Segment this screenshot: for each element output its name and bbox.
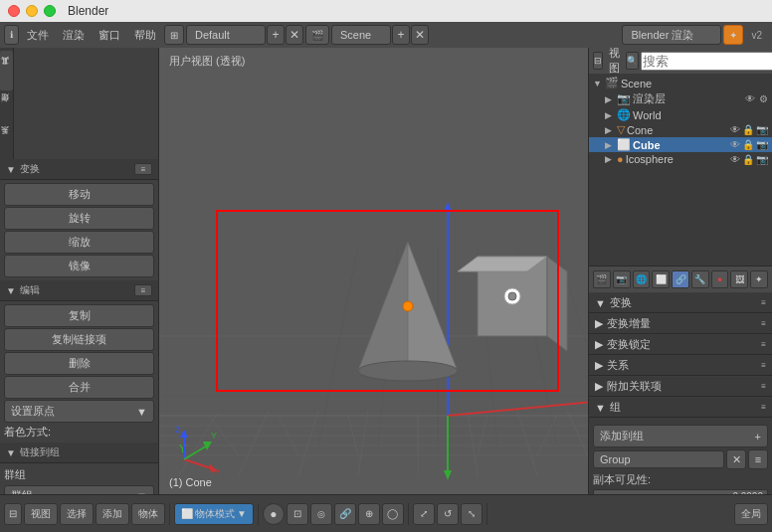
move-btn[interactable]: 移动	[4, 183, 154, 206]
outliner-item-world[interactable]: ▶ 🌐 World	[589, 107, 772, 122]
mirror-btn[interactable]: 镜像	[4, 255, 154, 277]
transform-collapse[interactable]: ≡	[134, 163, 152, 175]
cone-restrict-icon[interactable]: 🔒	[742, 124, 754, 135]
extra-collapse[interactable]: ≡	[761, 382, 766, 391]
transform-prop-header[interactable]: ▼ 变换 ≡	[589, 293, 772, 313]
renderlayer-visibility-icon[interactable]: 👁	[745, 93, 755, 104]
cone-visibility-icon[interactable]: 👁	[730, 124, 740, 135]
transform-lock-header[interactable]: ▶ 变换锁定 ≡	[589, 335, 772, 355]
group-dropdown[interactable]: 群组 ▼	[4, 485, 154, 494]
group-prop-header[interactable]: ▼ 组 ≡	[589, 398, 772, 418]
menu-window[interactable]: 窗口	[93, 26, 126, 45]
outliner-item-cone[interactable]: ▶ ▽ Cone 👁 🔒 📷	[589, 122, 772, 137]
icosphere-visibility-icon[interactable]: 👁	[730, 154, 740, 165]
outliner-item-icosphere[interactable]: ▶ ● Icosphere 👁 🔒 📷	[589, 152, 772, 166]
object-mode-btn[interactable]: ⬜ 物体模式 ▼	[174, 503, 254, 525]
cube-restrict-icon[interactable]: 🔒	[742, 139, 754, 150]
outliner-item-renderlayer[interactable]: ▶ 📷 渲染层 👁 ⚙	[589, 90, 772, 107]
viewport-box-btn[interactable]: ⊡	[287, 503, 308, 525]
menu-help[interactable]: 帮助	[128, 26, 162, 45]
transform-section-header[interactable]: ▼ 变换 ≡	[0, 159, 158, 180]
value-input-1[interactable]: 0.0000	[593, 489, 768, 494]
outliner-item-scene[interactable]: ▼ 🎬 Scene	[589, 76, 772, 90]
extra-header[interactable]: ▶ 附加关联项 ≡	[589, 377, 772, 397]
viewport[interactable]: 用户视图 (透视) (1) Cone Y X Y Z	[159, 48, 588, 494]
render-engine-selector[interactable]: Blender 渲染	[622, 25, 721, 45]
relations-tab[interactable]: 关系	[0, 126, 13, 156]
object-menu-btn[interactable]: 物体	[131, 503, 165, 525]
prop-constraint-icon[interactable]: 🔗	[672, 270, 689, 288]
scale-btn[interactable]: 缩放	[4, 231, 154, 254]
transform-lock-collapse[interactable]: ≡	[761, 340, 766, 349]
add-menu-btn[interactable]: 添加	[96, 503, 129, 525]
scene-add-btn[interactable]: +	[392, 25, 410, 45]
add-to-group-btn[interactable]: 添加到组 +	[593, 425, 768, 447]
viewport-move-icon[interactable]: ⤢	[413, 503, 435, 525]
scene-selector[interactable]: Scene	[331, 25, 391, 45]
duplicate-btn[interactable]: 复制	[4, 304, 154, 327]
duplicate-link-btn[interactable]: 复制链接项	[4, 328, 154, 351]
viewport-circle-btn[interactable]: ●	[263, 503, 285, 525]
relations-header[interactable]: ▶ 关系 ≡	[589, 356, 772, 376]
workspace-selector[interactable]: Default	[186, 25, 266, 45]
layout-icon[interactable]: ⊞	[164, 25, 184, 45]
create-tab[interactable]: 创建	[0, 93, 13, 123]
viewport-orientation-btn[interactable]: ⊕	[358, 503, 380, 525]
prop-object-icon[interactable]: ⬜	[652, 270, 670, 288]
select-menu-btn[interactable]: 选择	[60, 503, 94, 525]
scene-close-btn[interactable]: ✕	[411, 25, 429, 45]
link-section-header[interactable]: ▼ 链接到组	[0, 443, 158, 463]
viewport-rotate-icon[interactable]: ↺	[437, 503, 459, 525]
viewport-snap-btn[interactable]: 🔗	[334, 503, 356, 525]
minimize-button[interactable]	[26, 5, 38, 17]
transform-delta-collapse[interactable]: ≡	[761, 319, 766, 328]
group-options-btn[interactable]: ≡	[748, 449, 768, 469]
icosphere-restrict-icon[interactable]: 🔒	[742, 154, 754, 165]
icosphere-render-icon[interactable]: 📷	[756, 154, 768, 165]
svg-line-10	[557, 247, 588, 445]
cube-visibility-icon[interactable]: 👁	[730, 139, 740, 150]
prop-texture-icon[interactable]: 🖼	[730, 270, 748, 288]
set-origin-btn[interactable]: 设置原点 ▼	[4, 400, 154, 423]
outliner-item-cube[interactable]: ▶ ⬜ Cube 👁 🔒 📷	[589, 137, 772, 152]
view-icon-btn[interactable]: ℹ	[4, 25, 19, 45]
viewport-pivot-btn[interactable]: ◎	[310, 503, 332, 525]
cone-render-icon[interactable]: 📷	[756, 124, 768, 135]
maximize-button[interactable]	[44, 5, 56, 17]
timeline-icon-btn[interactable]: ⊟	[4, 503, 22, 525]
outliner-search-input[interactable]	[641, 52, 772, 71]
prop-modifier-icon[interactable]: 🔧	[691, 270, 709, 288]
workspace-close-btn[interactable]: ✕	[286, 25, 303, 45]
renderlayer-options-icon[interactable]: ⚙	[759, 93, 768, 104]
menu-file[interactable]: 文件	[21, 26, 55, 45]
prop-render-icon[interactable]: 📷	[613, 270, 631, 288]
group-remove-btn[interactable]: ✕	[726, 449, 746, 469]
menu-render[interactable]: 渲染	[57, 26, 91, 45]
viewport-proportional-btn[interactable]: ◯	[382, 503, 404, 525]
relations-collapse[interactable]: ≡	[761, 361, 766, 370]
workspace-add-btn[interactable]: +	[267, 25, 285, 45]
viewport-scale-icon[interactable]: ⤡	[461, 503, 482, 525]
view-menu-btn[interactable]: 视图	[24, 503, 58, 525]
rotate-btn[interactable]: 旋转	[4, 207, 154, 230]
outliner-view-icon[interactable]: ⊟	[593, 52, 603, 70]
join-btn[interactable]: 合并	[4, 376, 154, 399]
cube-render-icon[interactable]: 📷	[756, 139, 768, 150]
outliner-search-icon[interactable]: 🔍	[626, 52, 639, 70]
transform-prop-collapse[interactable]: ≡	[761, 298, 766, 307]
blender-icon[interactable]: ✦	[723, 25, 743, 45]
edit-collapse[interactable]: ≡	[134, 284, 152, 296]
prop-particles-icon[interactable]: ✦	[750, 270, 768, 288]
close-button[interactable]	[8, 5, 20, 17]
scene-icon[interactable]: 🎬	[305, 25, 329, 45]
group-name-input[interactable]: Group	[593, 450, 724, 468]
edit-section-header[interactable]: ▼ 编辑 ≡	[0, 280, 158, 301]
prop-scene-icon[interactable]: 🎬	[593, 270, 611, 288]
group-prop-collapse[interactable]: ≡	[761, 403, 766, 412]
tools-tab[interactable]: 工具	[0, 51, 13, 90]
prop-material-icon[interactable]: ●	[711, 270, 729, 288]
global-btn[interactable]: 全局	[734, 503, 768, 525]
prop-world-icon[interactable]: 🌐	[633, 270, 651, 288]
transform-delta-header[interactable]: ▶ 变换增量 ≡	[589, 314, 772, 334]
delete-btn[interactable]: 删除	[4, 352, 154, 375]
